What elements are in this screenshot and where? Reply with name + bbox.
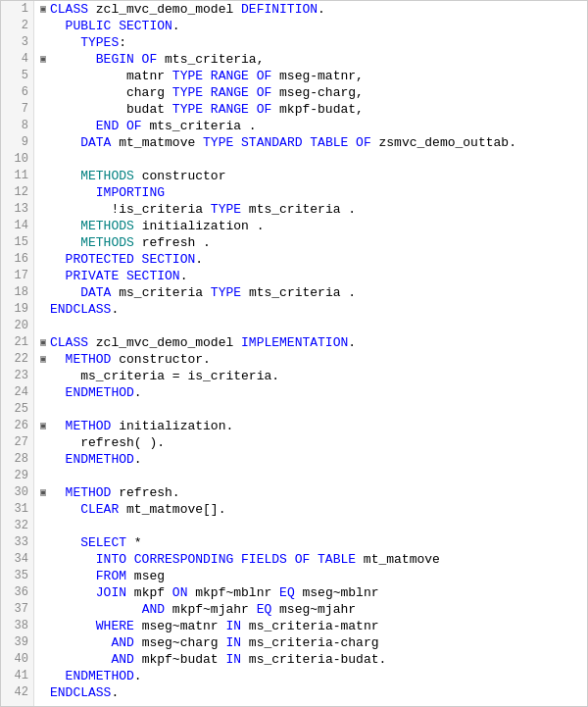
fold-icon[interactable]: ▣ bbox=[36, 334, 50, 351]
indent-space bbox=[50, 18, 66, 34]
code-content[interactable]: ▣CLASS zcl_mvc_demo_model DEFINITION. PU… bbox=[34, 1, 587, 706]
code-token: * bbox=[126, 534, 142, 551]
code-token: !is_criteria bbox=[111, 201, 210, 218]
code-token: IN bbox=[225, 651, 241, 668]
line-number: 40 bbox=[1, 651, 33, 668]
indent-space bbox=[50, 34, 80, 51]
code-token: constructor bbox=[134, 168, 226, 184]
table-row: !is_criteria TYPE mts_criteria . bbox=[36, 201, 587, 218]
code-token: mseg~matnr bbox=[134, 618, 226, 634]
table-row: JOIN mkpf ON mkpf~mblnr EQ mseg~mblnr bbox=[36, 584, 587, 601]
code-token: . bbox=[134, 384, 142, 401]
code-token: IN bbox=[225, 618, 241, 634]
line-number: 3 bbox=[1, 34, 33, 51]
table-row: CLEAR mt_matmove[]. bbox=[36, 501, 587, 518]
line-number-gutter: 1234567891011121314151617181920212223242… bbox=[1, 1, 34, 706]
table-row: AND mkpf~mjahr EQ mseg~mjahr bbox=[36, 601, 587, 618]
code-token: budat bbox=[126, 101, 172, 118]
table-row: METHODS initialization . bbox=[36, 218, 587, 234]
indent-space bbox=[50, 251, 66, 268]
line-number: 8 bbox=[1, 118, 33, 134]
line-number: 18 bbox=[1, 284, 33, 301]
indent-space bbox=[50, 134, 80, 151]
table-row: ENDCLASS. bbox=[36, 684, 587, 701]
table-row: ENDMETHOD. bbox=[36, 384, 587, 401]
code-token: matnr bbox=[126, 68, 172, 84]
code-token: mts_criteria . bbox=[142, 118, 257, 134]
line-number: 10 bbox=[1, 151, 33, 168]
table-row bbox=[36, 401, 587, 418]
code-token: EQ bbox=[279, 584, 295, 601]
indent-space bbox=[50, 84, 126, 101]
code-token: mts_criteria, bbox=[157, 51, 264, 68]
indent-space bbox=[50, 601, 142, 618]
code-token: initialization. bbox=[111, 418, 233, 434]
line-number: 25 bbox=[1, 401, 33, 418]
table-row: ▣CLASS zcl_mvc_demo_model IMPLEMENTATION… bbox=[36, 334, 587, 351]
line-number: 6 bbox=[1, 84, 33, 101]
fold-icon[interactable]: ▣ bbox=[36, 351, 50, 368]
table-row: METHODS constructor bbox=[36, 168, 587, 184]
code-token: METHODS bbox=[80, 168, 134, 184]
line-number: 21 bbox=[1, 334, 33, 351]
code-token: BEGIN OF bbox=[96, 51, 157, 68]
indent-space bbox=[50, 51, 96, 68]
table-row: ENDCLASS. bbox=[36, 301, 587, 318]
code-token: TYPE RANGE OF bbox=[172, 68, 271, 84]
fold-icon[interactable]: ▣ bbox=[36, 484, 50, 501]
table-row: ▣ BEGIN OF mts_criteria, bbox=[36, 51, 587, 68]
code-token: METHOD bbox=[66, 418, 112, 434]
code-token: CLASS bbox=[50, 334, 88, 351]
code-token: refresh . bbox=[134, 234, 211, 251]
code-token: AND bbox=[111, 651, 133, 668]
line-number: 14 bbox=[1, 218, 33, 234]
code-token: mseg-charg, bbox=[271, 84, 364, 101]
table-row: TYPES: bbox=[36, 34, 587, 51]
indent-space bbox=[50, 368, 80, 384]
table-row: refresh( ). bbox=[36, 434, 587, 451]
code-token: mkpf~mjahr bbox=[165, 601, 257, 618]
indent-space bbox=[50, 634, 111, 651]
line-number: 38 bbox=[1, 618, 33, 634]
fold-icon[interactable]: ▣ bbox=[36, 1, 50, 18]
line-number: 29 bbox=[1, 468, 33, 484]
indent-space bbox=[50, 501, 80, 518]
code-token: ms_criteria = is_criteria. bbox=[80, 368, 279, 384]
code-token: PROTECTED SECTION bbox=[66, 251, 196, 268]
code-token: ms_criteria-matnr bbox=[241, 618, 378, 634]
code-token: mkpf bbox=[126, 584, 172, 601]
code-token: AND bbox=[111, 634, 133, 651]
code-token: mkpf~mblnr bbox=[187, 584, 279, 601]
line-number: 30 bbox=[1, 484, 33, 501]
line-number: 31 bbox=[1, 501, 33, 518]
line-number: 35 bbox=[1, 568, 33, 584]
line-number: 19 bbox=[1, 301, 33, 318]
code-token: ENDCLASS bbox=[50, 684, 111, 701]
code-token: ON bbox=[172, 584, 188, 601]
code-token: mt_matmove bbox=[111, 134, 203, 151]
code-token: METHODS bbox=[80, 234, 134, 251]
code-token: AND bbox=[142, 601, 165, 618]
code-token: . bbox=[134, 668, 142, 684]
code-token: ms_criteria bbox=[111, 284, 210, 301]
table-row: AND mkpf~budat IN ms_criteria-budat. bbox=[36, 651, 587, 668]
code-token: IMPLEMENTATION bbox=[241, 334, 348, 351]
line-number: 41 bbox=[1, 668, 33, 684]
code-token: mts_criteria . bbox=[241, 284, 356, 301]
code-token: . bbox=[348, 334, 356, 351]
indent-space bbox=[50, 551, 96, 568]
code-token: zsmvc_demo_outtab. bbox=[371, 134, 516, 151]
code-token: METHOD bbox=[66, 484, 112, 501]
code-token: mts_criteria . bbox=[241, 201, 356, 218]
indent-space bbox=[50, 168, 80, 184]
indent-space bbox=[50, 418, 66, 434]
indent-space bbox=[50, 451, 66, 468]
code-token: CLEAR bbox=[80, 501, 119, 518]
fold-icon[interactable]: ▣ bbox=[36, 51, 50, 68]
line-number: 27 bbox=[1, 434, 33, 451]
fold-icon[interactable]: ▣ bbox=[36, 418, 50, 434]
table-row: INTO CORRESPONDING FIELDS OF TABLE mt_ma… bbox=[36, 551, 587, 568]
line-number: 28 bbox=[1, 451, 33, 468]
code-token: TYPE bbox=[211, 201, 241, 218]
code-token: FROM bbox=[96, 568, 126, 584]
